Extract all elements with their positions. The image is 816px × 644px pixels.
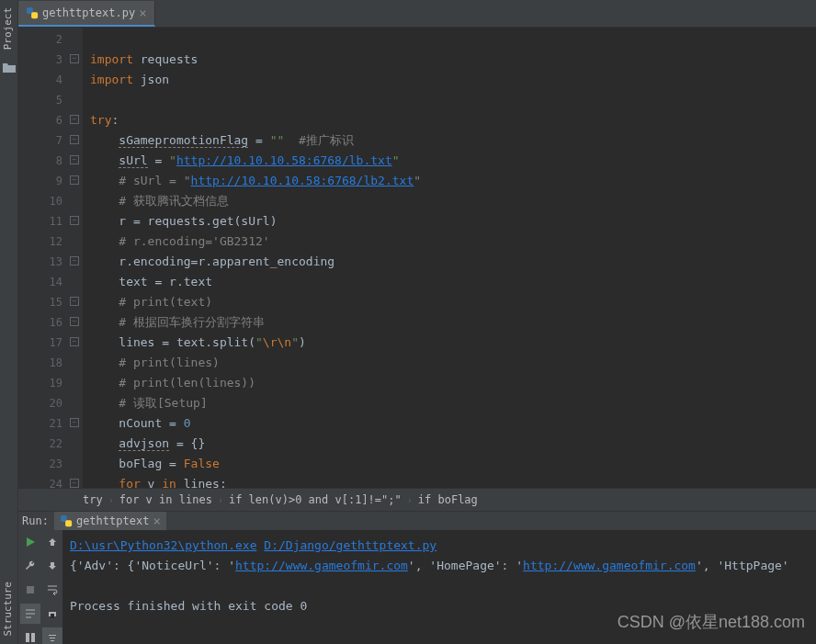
svg-rect-6: [51, 614, 54, 618]
layout-icon[interactable]: [20, 627, 40, 644]
filter-icon[interactable]: [42, 627, 62, 644]
stop-icon[interactable]: [20, 580, 40, 600]
print-icon[interactable]: [42, 604, 62, 624]
svg-rect-8: [31, 633, 35, 642]
breadcrumb[interactable]: try›for v in lines›if len(v)>0 and v[:1]…: [18, 488, 816, 511]
fold-marker[interactable]: −: [70, 216, 79, 225]
breadcrumb-item[interactable]: try: [83, 493, 103, 506]
up-icon[interactable]: [42, 532, 62, 552]
tab-filename: gethttptext.py: [42, 6, 135, 19]
soft-wrap-icon[interactable]: [42, 580, 62, 600]
scroll-to-end-icon[interactable]: [20, 604, 40, 624]
svg-rect-10: [50, 638, 55, 638]
editor-tabs: gethttptext.py ×: [18, 0, 816, 28]
close-icon[interactable]: ×: [153, 514, 160, 528]
run-config-name: gethttptext: [76, 514, 149, 527]
svg-rect-1: [31, 12, 38, 18]
fold-marker[interactable]: −: [70, 337, 79, 346]
close-icon[interactable]: ×: [139, 6, 146, 20]
fold-marker[interactable]: −: [70, 418, 79, 427]
run-toolbar: [18, 530, 62, 644]
svg-rect-3: [65, 520, 72, 526]
breadcrumb-item[interactable]: if boFlag: [418, 493, 478, 506]
tab-gethttptext[interactable]: gethttptext.py ×: [18, 1, 155, 27]
fold-marker[interactable]: −: [70, 54, 79, 63]
svg-rect-9: [49, 635, 56, 636]
python-file-icon: [26, 6, 39, 19]
rerun-icon[interactable]: [20, 532, 40, 552]
fold-marker[interactable]: −: [70, 256, 79, 266]
breadcrumb-item[interactable]: for v in lines: [119, 493, 212, 506]
structure-tool-tab[interactable]: Structure: [0, 574, 17, 644]
svg-rect-4: [27, 586, 34, 593]
python-file-icon: [60, 514, 73, 527]
wrench-icon[interactable]: [20, 556, 40, 576]
fold-marker[interactable]: −: [70, 115, 79, 124]
gutter: 23−456−7−8−9−1011−1213−1415−16−17−181920…: [18, 28, 83, 488]
project-tool-tab[interactable]: Project: [0, 0, 17, 57]
fold-marker[interactable]: −: [70, 175, 79, 185]
fold-marker[interactable]: −: [70, 317, 79, 326]
svg-rect-11: [51, 640, 54, 641]
svg-rect-7: [26, 633, 29, 642]
fold-marker[interactable]: −: [70, 479, 79, 488]
down-icon[interactable]: [42, 556, 62, 576]
run-config-tab[interactable]: gethttptext ×: [54, 512, 166, 530]
fold-marker[interactable]: −: [70, 135, 79, 144]
editor[interactable]: 23−456−7−8−9−1011−1213−1415−16−17−181920…: [18, 28, 816, 488]
code-area[interactable]: import requestsimport jsontry: sGameprom…: [83, 28, 816, 488]
fold-marker[interactable]: −: [70, 155, 79, 164]
run-label: Run:: [22, 514, 49, 527]
folder-icon: [2, 61, 17, 75]
breadcrumb-item[interactable]: if len(v)>0 and v[:1]!=";": [229, 493, 402, 506]
watermark: CSDN @依星net188.com: [618, 611, 805, 633]
fold-marker[interactable]: −: [70, 297, 79, 306]
